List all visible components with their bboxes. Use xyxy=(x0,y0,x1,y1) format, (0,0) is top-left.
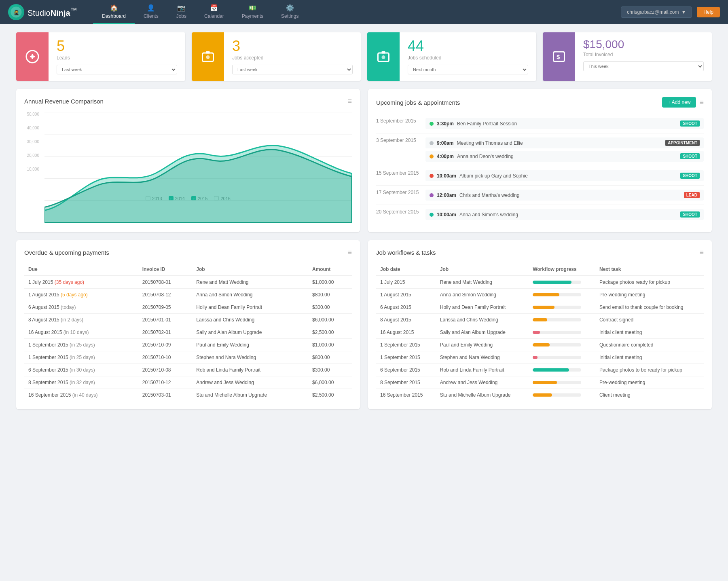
progress-fill xyxy=(533,356,538,359)
invoiced-number: $15,000 xyxy=(583,39,704,50)
invoiced-select[interactable]: This week Last week This month xyxy=(583,61,704,71)
progress-bar xyxy=(533,331,581,334)
progress-fill xyxy=(533,281,571,284)
col-job: Job xyxy=(192,263,308,276)
jobs-accepted-select[interactable]: Last week This week This month xyxy=(232,65,353,74)
wf-job: Stu and Michelle Album Upgrade xyxy=(436,389,529,401)
progress-bar xyxy=(533,393,581,397)
svg-point-8 xyxy=(382,55,385,59)
upcoming-jobs-header: Upcoming jobs & appointments + Add new ≡ xyxy=(376,97,704,108)
col-due: Due xyxy=(24,263,138,276)
table-row: 1 July 2015 Rene and Matt Wedding Packag… xyxy=(376,276,704,289)
payment-invoice: 20150708-01 xyxy=(138,276,193,289)
wf-job: Andrew and Jess Wedding xyxy=(436,376,529,389)
payment-amount: $6,000.00 xyxy=(308,314,352,326)
y-label-4: 20,000 xyxy=(24,153,42,158)
wf-task: Pre-wedding meeting xyxy=(595,376,704,389)
payments-menu-icon[interactable]: ≡ xyxy=(347,248,352,257)
jobs-icon: 📷 xyxy=(177,4,185,12)
help-button[interactable]: Help xyxy=(697,7,720,17)
chart-menu-icon[interactable]: ≡ xyxy=(347,97,352,106)
invoiced-body: $15,000 Total Invoiced This week Last we… xyxy=(575,32,712,81)
wf-date: 6 August 2015 xyxy=(376,301,436,314)
job-event: 4:00pmAnna and Deon's weddingSHOOT xyxy=(425,151,704,162)
jobs-accepted-body: 3 Jobs accepted Last week This week This… xyxy=(224,32,361,81)
leads-label: Leads xyxy=(57,55,177,61)
payment-invoice: 20150709-05 xyxy=(138,301,193,314)
stat-card-total-invoiced: $ $15,000 Total Invoiced This week Last … xyxy=(543,32,712,81)
payment-due: 16 September 2015 (in 40 days) xyxy=(24,389,138,401)
job-name: Meeting with Thomas and Ellie xyxy=(457,140,662,146)
payment-amount: $800.00 xyxy=(308,289,352,301)
progress-bar xyxy=(533,318,581,321)
nav-item-payments[interactable]: 💵 Payments xyxy=(233,0,272,24)
due-extra: (in 2 days) xyxy=(61,317,83,323)
workflows-table: Job date Job Workflow progress Next task… xyxy=(376,263,704,401)
svg-text:$: $ xyxy=(557,53,560,60)
wf-col-date: Job date xyxy=(376,263,436,276)
nav-item-calendar[interactable]: 📅 Calendar xyxy=(195,0,233,24)
due-extra: (in 10 days) xyxy=(63,330,89,335)
wf-job: Rene and Matt Wedding xyxy=(436,276,529,289)
job-time: 9:00am xyxy=(437,140,453,146)
job-dot xyxy=(430,122,434,126)
due-extra: (in 25 days) xyxy=(70,342,95,348)
svg-rect-9 xyxy=(382,51,385,54)
job-dot xyxy=(430,174,434,178)
payment-due: 1 August 2015 (5 days ago) xyxy=(24,289,138,301)
wf-progress xyxy=(529,276,595,289)
payment-due: 6 August 2015 (today) xyxy=(24,301,138,314)
table-row: 1 July 2015 (35 days ago) 20150708-01 Re… xyxy=(24,276,352,289)
progress-bar xyxy=(533,306,581,309)
job-event: 3:30pmBen Family Portrait SessionSHOOT xyxy=(425,118,704,129)
leads-select[interactable]: Last week This week This month Last mont… xyxy=(57,65,177,74)
job-row: 1 September 20153:30pmBen Family Portrai… xyxy=(376,114,704,133)
jobs-scheduled-select[interactable]: Next month This month Next week xyxy=(408,65,528,74)
payment-job: Holly and Dean Family Portrait xyxy=(192,301,308,314)
wf-date: 16 September 2015 xyxy=(376,389,436,401)
nav-item-settings[interactable]: ⚙️ Settings xyxy=(272,0,307,24)
wf-job: Sally and Alan Album Upgrade xyxy=(436,326,529,339)
progress-bar xyxy=(533,381,581,384)
wf-col-progress: Workflow progress xyxy=(529,263,595,276)
wf-job: Anna and Simon Wedding xyxy=(436,289,529,301)
settings-icon: ⚙️ xyxy=(286,4,294,12)
col-amount: Amount xyxy=(308,263,352,276)
upcoming-jobs-menu-icon[interactable]: ≡ xyxy=(699,98,704,107)
wf-task: Initial client meeting xyxy=(595,351,704,364)
nav-item-jobs[interactable]: 📷 Jobs xyxy=(167,0,195,24)
svg-point-5 xyxy=(206,55,210,59)
wf-job: Holly and Dean Family Portrait xyxy=(436,301,529,314)
payment-invoice: 20150710-12 xyxy=(138,376,193,389)
table-row: 6 August 2015 Holly and Dean Family Port… xyxy=(376,301,704,314)
add-new-button[interactable]: + Add new xyxy=(662,97,696,108)
wf-job: Stephen and Nara Wedding xyxy=(436,351,529,364)
svg-rect-6 xyxy=(206,51,210,54)
due-extra: (in 30 days) xyxy=(70,367,95,373)
user-email-dropdown[interactable]: chrisgarbacz@mail.com ▼ xyxy=(621,6,692,18)
due-extra: (5 days ago) xyxy=(61,292,88,298)
payment-invoice: 20150703-01 xyxy=(138,389,193,401)
payment-invoice: 20150710-09 xyxy=(138,339,193,351)
progress-bar xyxy=(533,281,581,284)
progress-fill xyxy=(533,306,554,309)
logo-icon: 🥷 xyxy=(8,4,24,20)
chart-title: Annual Revenue Comparison xyxy=(24,98,104,105)
workflows-title: Job workflows & tasks xyxy=(376,249,436,256)
workflows-header: Job workflows & tasks ≡ xyxy=(376,248,704,257)
table-row: 1 September 2015 (in 25 days) 20150710-0… xyxy=(24,339,352,351)
payment-due: 6 September 2015 (in 30 days) xyxy=(24,364,138,376)
progress-fill xyxy=(533,318,547,321)
due-extra: (in 25 days) xyxy=(70,355,95,360)
wf-progress xyxy=(529,364,595,376)
wf-progress xyxy=(529,389,595,401)
nav-item-clients[interactable]: 👤 Clients xyxy=(135,0,167,24)
row-2: Overdue & upcoming payments ≡ Due Invoic… xyxy=(16,240,712,409)
wf-task: Send email to thank couple for booking xyxy=(595,301,704,314)
workflows-menu-icon[interactable]: ≡ xyxy=(699,248,704,257)
job-row: 3 September 20159:00amMeeting with Thoma… xyxy=(376,133,704,166)
table-row: 6 September 2015 Rob and Linda Family Po… xyxy=(376,364,704,376)
jobs-accepted-number: 3 xyxy=(232,39,353,53)
nav-item-dashboard[interactable]: 🏠 Dashboard xyxy=(93,0,135,24)
wf-date: 8 August 2015 xyxy=(376,314,436,326)
